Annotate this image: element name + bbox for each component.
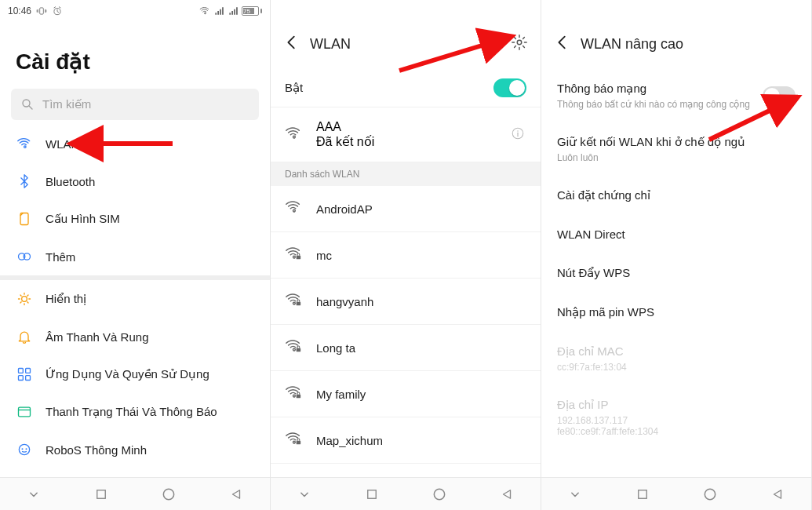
network-row[interactable]: AndroidAP [271, 186, 541, 232]
nav-home-button[interactable] [160, 486, 177, 503]
sidebar-item-sim[interactable]: Cấu Hình SIM [0, 200, 270, 238]
row-label: WLAN [46, 137, 79, 151]
network-row[interactable]: p2 [271, 464, 541, 477]
row-subtitle: Luôn luôn [557, 152, 796, 163]
sleep-policy-row[interactable]: Giữ kết nối WLAN khi ở chế độ ngủ Luôn l… [541, 122, 811, 176]
panel-title: WLAN nâng cao [581, 36, 683, 53]
wlan-panel: WLAN Bật AAA Đã kết nối Danh sách WLAN A… [271, 0, 541, 510]
nav-recents-button[interactable] [93, 486, 110, 503]
search-input[interactable]: Tìm kiếm [11, 89, 259, 120]
navigation-bar [541, 477, 811, 510]
square-icon [635, 487, 650, 501]
sidebar-item-wlan[interactable]: WLAN [0, 125, 270, 162]
wifi-lock-icon [285, 430, 302, 447]
row-label: Cấu Hình SIM [46, 212, 120, 226]
sidebar-item-robos[interactable]: RoboS Thông Minh [0, 431, 270, 468]
back-icon [554, 34, 571, 51]
wps-push-row[interactable]: Nút Đẩy WPS [541, 253, 811, 293]
grid-icon [16, 366, 32, 382]
wifi-icon [16, 136, 32, 151]
wlan-direct-row[interactable]: WLAN Direct [541, 215, 811, 253]
vibrate-icon [36, 5, 47, 16]
network-row[interactable]: Map_xichum [271, 417, 541, 464]
back-button[interactable] [283, 34, 300, 55]
signal-icon-2 [228, 5, 239, 16]
wlan-enable-row[interactable]: Bật [271, 69, 541, 107]
nav-menu-button[interactable] [566, 486, 584, 503]
alarm-icon [52, 5, 63, 16]
wlan-settings-button[interactable] [511, 34, 528, 55]
row-title: Địa chỉ MAC [557, 344, 796, 359]
network-row[interactable]: hangvyanh [271, 279, 541, 325]
info-icon [511, 126, 525, 140]
wifi-lock-icon [285, 291, 302, 308]
network-info-button[interactable] [511, 126, 526, 144]
nav-menu-button[interactable] [25, 486, 42, 503]
status-time: 10:46 [8, 5, 31, 16]
svg-line-25 [399, 38, 508, 71]
sidebar-item-bluetooth[interactable]: Bluetooth [0, 162, 270, 200]
navigation-bar [271, 477, 541, 510]
circle-icon [702, 486, 718, 502]
wps-pin-row[interactable]: Nhập mã pin WPS [541, 293, 811, 332]
battery-indicator: 75 [242, 6, 262, 16]
row-title: Địa chỉ IP [557, 398, 796, 412]
sidebar-item-sboost[interactable]: S Boost [0, 468, 270, 477]
wlan-toggle[interactable] [493, 78, 526, 97]
row-title: Thông báo mạng [557, 82, 763, 96]
wifi-lock-icon [285, 337, 302, 355]
navigation-bar [0, 477, 270, 510]
triangle-icon [500, 487, 514, 501]
sidebar-item-more[interactable]: Thêm [0, 238, 270, 275]
ssid-label: Map_xichum [316, 434, 526, 447]
row-label: Ứng Dụng Và Quyền Sử Dụng [46, 367, 209, 381]
row-label: Hiển thị [46, 292, 86, 306]
ip-address-row: Địa chỉ IP 192.168.137.117 fe80::ce9f:7a… [541, 385, 811, 450]
connection-status: Đã kết nối [316, 134, 511, 149]
sidebar-item-sound[interactable]: Âm Thanh Và Rung [0, 318, 270, 355]
enable-label: Bật [285, 81, 493, 95]
row-title: Giữ kết nối WLAN khi ở chế độ ngủ [557, 135, 796, 149]
sidebar-item-apps[interactable]: Ứng Dụng Và Quyền Sử Dụng [0, 355, 270, 393]
bell-icon [16, 329, 32, 344]
triangle-icon [770, 487, 785, 501]
back-button[interactable] [554, 34, 571, 55]
nav-back-button[interactable] [769, 486, 786, 503]
wifi-lock-icon [285, 245, 302, 262]
row-subtitle: 192.168.137.117 fe80::ce9f:7aff:fefe:130… [557, 415, 796, 437]
install-certificates-row[interactable]: Cài đặt chứng chỉ [541, 176, 811, 215]
network-row[interactable]: My family [271, 371, 541, 417]
settings-list: WLAN Bluetooth Cấu Hình SIM Thêm Hiển th… [0, 125, 270, 477]
nav-recents-button[interactable] [363, 486, 381, 503]
settings-panel: 10:46 75 Cài đặt Tìm kiếm WLAN Bluetoo [0, 0, 271, 510]
nav-menu-button[interactable] [296, 486, 313, 503]
ssid-label: AAA [316, 120, 511, 134]
chevron-down-icon [297, 486, 312, 502]
notify-toggle[interactable] [763, 86, 796, 105]
status-bar: 10:46 75 [0, 0, 270, 22]
network-notification-row[interactable]: Thông báo mạng Thông báo bất cứ khi nào … [541, 69, 811, 122]
search-icon [20, 97, 35, 111]
nav-back-button[interactable] [498, 486, 515, 503]
row-title: Cài đặt chứng chỉ [557, 188, 796, 202]
gear-icon [511, 34, 528, 51]
sidebar-item-statusbar[interactable]: Thanh Trạng Thái Và Thông Báo [0, 393, 270, 431]
sidebar-item-display[interactable]: Hiển thị [0, 280, 270, 318]
network-row[interactable]: mc [271, 232, 541, 279]
ssid-label: mc [316, 249, 526, 262]
nav-home-button[interactable] [701, 486, 719, 503]
row-title: Nút Đẩy WPS [557, 266, 796, 280]
wlan-list-header: Danh sách WLAN [271, 162, 541, 186]
sun-icon [16, 291, 32, 307]
page-title: Cài đặt [0, 22, 270, 89]
nav-home-button[interactable] [431, 486, 448, 503]
connected-network-row[interactable]: AAA Đã kết nối [271, 107, 541, 162]
nav-recents-button[interactable] [634, 486, 651, 503]
network-row[interactable]: Long ta [271, 325, 541, 371]
row-subtitle: Thông báo bất cứ khi nào có mạng công cộ… [557, 99, 763, 110]
nav-back-button[interactable] [228, 486, 245, 503]
search-placeholder: Tìm kiếm [42, 97, 91, 111]
ssid-label: AndroidAP [316, 202, 526, 216]
mac-address-row: Địa chỉ MAC cc:9f:7a:fe:13:04 [541, 332, 811, 385]
row-label: Âm Thanh Và Rung [46, 330, 148, 344]
